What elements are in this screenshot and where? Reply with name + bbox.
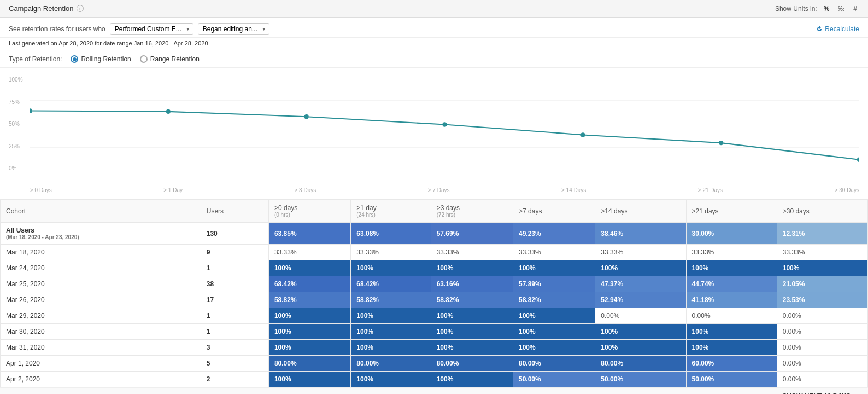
- retention-cell: 100%: [431, 308, 513, 324]
- retention-cell: 100%: [595, 260, 686, 276]
- table-row: Mar 26, 20201758.82%58.82%58.82%58.82%52…: [1, 292, 868, 308]
- table-row: Mar 31, 20203100%100%100%100%100%100%0.0…: [1, 340, 868, 356]
- col-7d: >7 days: [513, 200, 595, 223]
- retention-cell: 38.46%: [595, 223, 686, 245]
- range-retention-label: Range Retention: [150, 55, 200, 63]
- x-label-21d: > 21 Days: [698, 187, 723, 193]
- retention-cell: 0.00%: [777, 372, 867, 387]
- y-label-25: 25%: [9, 143, 28, 149]
- retention-cell: 0.00%: [595, 308, 686, 324]
- retention-type-row: Type of Retention: Rolling Retention Ran…: [0, 51, 868, 68]
- x-label-7d: > 7 Days: [428, 187, 450, 193]
- table-row: All Users(Mar 18, 2020 - Apr 23, 2020)13…: [1, 223, 868, 245]
- rolling-retention-option[interactable]: Rolling Retention: [71, 55, 131, 63]
- retention-cell: 23.53%: [777, 292, 867, 308]
- filter-label: See retention rates for users who: [9, 25, 105, 33]
- chart-container: 100% 75% 50% 25% 0%: [0, 68, 868, 199]
- unit-percent-btn[interactable]: %: [822, 4, 832, 14]
- retention-cell: 33.33%: [513, 245, 595, 260]
- retention-cell: 58.82%: [513, 292, 595, 308]
- first-filter-select[interactable]: Performed Custom E...: [110, 23, 193, 35]
- chart-x-labels: > 0 Days > 1 Day > 3 Days > 7 Days > 14 …: [30, 187, 859, 193]
- unit-permille-btn[interactable]: ‰: [836, 4, 847, 14]
- range-retention-option[interactable]: Range Retention: [140, 55, 200, 63]
- y-label-0: 0%: [9, 165, 28, 171]
- retention-cell: 68.42%: [268, 276, 350, 292]
- retention-cell: 100%: [431, 260, 513, 276]
- title-info-icon[interactable]: i: [77, 5, 84, 12]
- retention-cell: 100%: [686, 260, 777, 276]
- retention-cell: 100%: [595, 340, 686, 356]
- retention-cell: 0.00%: [777, 324, 867, 340]
- table-row: Apr 1, 2020580.00%80.00%80.00%80.00%80.0…: [1, 356, 868, 372]
- retention-cell: 100%: [351, 308, 431, 324]
- retention-cell: 57.89%: [513, 276, 595, 292]
- retention-cell: 60.00%: [686, 356, 777, 372]
- retention-cell: 49.23%: [513, 223, 595, 245]
- cohort-cell: Mar 24, 2020: [1, 260, 201, 276]
- second-filter-wrapper[interactable]: Began editing an...: [198, 23, 269, 35]
- svg-point-11: [857, 158, 859, 162]
- retention-cell: 100%: [268, 324, 350, 340]
- y-label-50: 50%: [9, 121, 28, 127]
- retention-cell: 33.33%: [686, 245, 777, 260]
- chart-area: [30, 77, 859, 171]
- retention-cell: 63.08%: [351, 223, 431, 245]
- table-row: Mar 25, 20203868.42%68.42%63.16%57.89%47…: [1, 276, 868, 292]
- range-retention-radio[interactable]: [140, 55, 148, 63]
- cohort-cell: Apr 2, 2020: [1, 372, 201, 387]
- second-filter-select[interactable]: Began editing an...: [198, 23, 269, 35]
- retention-cell: 100%: [431, 324, 513, 340]
- chart-y-axis: 100% 75% 50% 25% 0%: [9, 77, 28, 171]
- retention-cell: 100%: [351, 372, 431, 387]
- cohort-cell: All Users(Mar 18, 2020 - Apr 23, 2020): [1, 223, 201, 245]
- users-cell: 1: [201, 260, 268, 276]
- retention-cell: 50.00%: [686, 372, 777, 387]
- svg-point-6: [166, 109, 171, 114]
- retention-cell: 0.00%: [777, 356, 867, 372]
- svg-point-10: [719, 141, 723, 145]
- col-users: Users: [201, 200, 268, 223]
- retention-cell: 12.31%: [777, 223, 867, 245]
- retention-cell: 100%: [268, 308, 350, 324]
- table-row: Mar 24, 20201100%100%100%100%100%100%100…: [1, 260, 868, 276]
- table-row: Mar 18, 2020933.33%33.33%33.33%33.33%33.…: [1, 245, 868, 260]
- table-row: Apr 2, 20202100%100%100%50.00%50.00%50.0…: [1, 372, 868, 387]
- retention-cell: 50.00%: [513, 372, 595, 387]
- cohort-cell: Mar 25, 2020: [1, 276, 201, 292]
- svg-point-5: [30, 108, 32, 113]
- chart-svg: [30, 77, 859, 171]
- table-header: Cohort Users >0 days(0 hrs) >1 day(24 hr…: [1, 200, 868, 223]
- retention-cell: 80.00%: [351, 356, 431, 372]
- retention-cell: 58.82%: [431, 292, 513, 308]
- table-container: Cohort Users >0 days(0 hrs) >1 day(24 hr…: [0, 199, 868, 387]
- users-cell: 5: [201, 356, 268, 372]
- rolling-retention-radio[interactable]: [71, 55, 78, 63]
- cohort-cell: Apr 1, 2020: [1, 356, 201, 372]
- x-label-3d: > 3 Days: [295, 187, 316, 193]
- table-row: Mar 29, 20201100%100%100%100%0.00%0.00%0…: [1, 308, 868, 324]
- retention-cell: 58.82%: [268, 292, 350, 308]
- table-body: All Users(Mar 18, 2020 - Apr 23, 2020)13…: [1, 223, 868, 387]
- first-filter-wrapper[interactable]: Performed Custom E...: [110, 23, 193, 35]
- recalculate-button[interactable]: Recalculate: [816, 25, 859, 33]
- retention-cell: 63.16%: [431, 276, 513, 292]
- retention-cell: 100%: [268, 260, 350, 276]
- retention-cell: 33.33%: [268, 245, 350, 260]
- cohort-cell: Mar 18, 2020: [1, 245, 201, 260]
- x-label-0d: > 0 Days: [30, 187, 52, 193]
- show-next-footer: SHOW NEXT 10 DAYS ▼: [0, 387, 868, 394]
- svg-point-9: [580, 132, 585, 137]
- retention-cell: 33.33%: [431, 245, 513, 260]
- users-cell: 9: [201, 245, 268, 260]
- unit-hash-btn[interactable]: #: [851, 4, 859, 14]
- retention-cell: 41.18%: [686, 292, 777, 308]
- filter-row: See retention rates for users who Perfor…: [0, 18, 868, 38]
- retention-cell: 80.00%: [268, 356, 350, 372]
- cohort-cell: Mar 30, 2020: [1, 324, 201, 340]
- retention-table: Cohort Users >0 days(0 hrs) >1 day(24 hr…: [0, 199, 868, 387]
- users-cell: 38: [201, 276, 268, 292]
- retention-cell: 100%: [351, 340, 431, 356]
- y-label-100: 100%: [9, 77, 28, 83]
- users-cell: 130: [201, 223, 268, 245]
